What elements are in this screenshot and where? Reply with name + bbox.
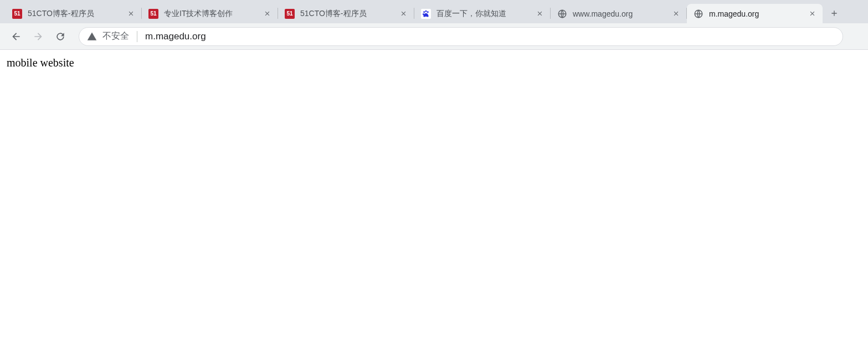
- reload-button[interactable]: [51, 27, 70, 46]
- close-icon[interactable]: [535, 9, 545, 19]
- not-secure-icon: [87, 32, 97, 42]
- favicon-51cto-icon: 51: [285, 9, 295, 19]
- tab-strip: 51 51CTO博客-程序员 51 专业IT技术博客创作 51 51CTO博客-…: [0, 0, 868, 23]
- close-icon[interactable]: [807, 9, 817, 19]
- svg-point-2: [427, 11, 429, 12]
- toolbar: 不安全 m.magedu.org: [0, 23, 868, 50]
- favicon-51cto-icon: 51: [148, 9, 158, 19]
- url-text: m.magedu.org: [145, 31, 206, 42]
- page-body: mobile website: [0, 50, 868, 76]
- tab-51cto-3[interactable]: 51 51CTO博客-程序员: [278, 4, 414, 23]
- close-icon[interactable]: [126, 9, 136, 19]
- omnibox-divider: [137, 31, 137, 42]
- svg-point-1: [425, 10, 427, 12]
- tab-magedu-m[interactable]: m.magedu.org: [687, 4, 823, 23]
- favicon-baidu-icon: [421, 9, 431, 19]
- tab-title: m.magedu.org: [709, 9, 805, 18]
- forward-button[interactable]: [29, 27, 48, 46]
- favicon-globe-icon: [694, 9, 703, 19]
- tab-title: 51CTO博客-程序员: [300, 9, 396, 19]
- close-icon[interactable]: [398, 9, 408, 19]
- tab-title: 百度一下，你就知道: [436, 9, 532, 19]
- new-tab-button[interactable]: [826, 5, 843, 22]
- address-bar[interactable]: 不安全 m.magedu.org: [79, 27, 843, 46]
- tab-51cto-2[interactable]: 51 专业IT技术博客创作: [142, 4, 278, 23]
- tab-magedu-www[interactable]: www.magedu.org: [551, 4, 686, 23]
- back-button[interactable]: [7, 27, 25, 46]
- favicon-51cto-icon: 51: [12, 9, 22, 19]
- tab-title: 51CTO博客-程序员: [28, 9, 124, 19]
- svg-point-0: [423, 11, 425, 12]
- close-icon[interactable]: [671, 9, 681, 19]
- tab-baidu[interactable]: 百度一下，你就知道: [414, 4, 550, 23]
- page-text: mobile website: [7, 56, 74, 69]
- favicon-globe-icon: [557, 9, 567, 19]
- tab-51cto-1[interactable]: 51 51CTO博客-程序员: [6, 4, 141, 23]
- close-icon[interactable]: [262, 9, 272, 19]
- tab-title: 专业IT技术博客创作: [164, 9, 260, 19]
- tab-title: www.magedu.org: [573, 9, 669, 18]
- security-label: 不安全: [102, 30, 129, 42]
